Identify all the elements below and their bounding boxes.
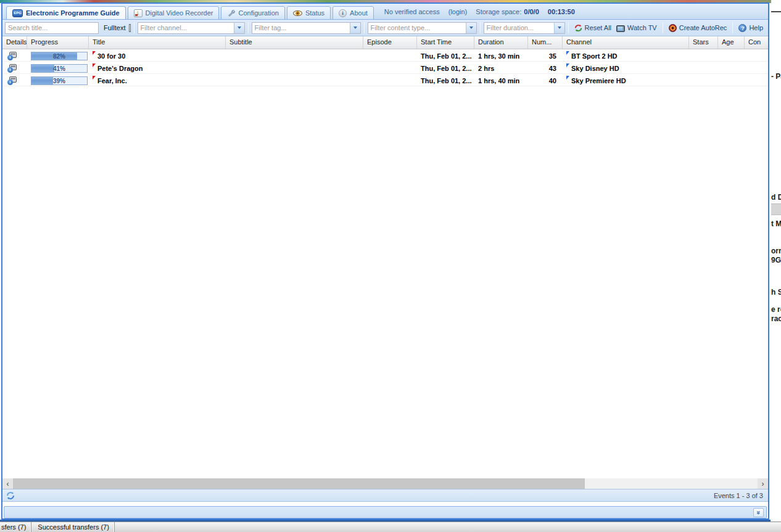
event-title: Pete's Dragon — [97, 65, 143, 72]
progress-bar: 41% — [31, 64, 88, 73]
refresh-icon[interactable] — [6, 491, 15, 500]
event-episode — [363, 49, 417, 61]
filter-channel-combo[interactable]: Filter channel... — [138, 22, 245, 34]
event-age — [718, 49, 745, 61]
create-autorec-button[interactable]: Create AutoRec — [666, 23, 730, 33]
button-label: Create AutoRec — [679, 24, 727, 31]
toolbar-separator — [732, 22, 733, 33]
chevron-down-icon[interactable] — [350, 23, 360, 33]
tab-electronic-programme-guide[interactable]: EPG Electronic Programme Guide — [6, 6, 126, 20]
toolbar-separator — [663, 22, 663, 33]
details-info-icon[interactable]: i — [7, 76, 17, 85]
details-info-icon[interactable]: i — [7, 64, 17, 73]
storage-label: Storage space: — [476, 8, 521, 15]
column-header-title[interactable]: Title — [89, 36, 226, 49]
event-subtitle — [226, 74, 363, 86]
tab-configuration[interactable]: Configuration — [221, 6, 284, 20]
chevron-down-icon[interactable] — [234, 23, 244, 33]
tab-label: Configuration — [238, 9, 278, 17]
fulltext-checkbox[interactable] — [129, 24, 130, 32]
event-channel: BT Sport 2 HD — [571, 52, 618, 60]
chevron-down-icon[interactable] — [554, 23, 564, 33]
tab-failed-transfers[interactable]: sfers (7) — [0, 522, 31, 532]
button-label: Help — [749, 24, 763, 31]
grid-statusbar: Events 1 - 3 of 3 — [2, 489, 768, 502]
column-header-channel[interactable]: Channel — [563, 36, 689, 49]
combo-placeholder: Filter content type... — [368, 24, 466, 31]
event-num: 40 — [528, 74, 563, 86]
event-num: 35 — [528, 49, 563, 61]
background-divider — [771, 11, 781, 12]
event-subtitle — [226, 49, 363, 61]
filter-content-type-combo[interactable]: Filter content type... — [368, 22, 477, 34]
column-header-stars[interactable]: Stars — [689, 36, 718, 49]
event-start-time: Thu, Feb 01, 2... — [417, 74, 474, 86]
button-label: Watch TV — [627, 24, 657, 31]
event-age — [718, 62, 745, 73]
column-header-content[interactable]: Con — [745, 36, 768, 49]
background-text-fragment: orm — [771, 247, 781, 255]
column-header-episode[interactable]: Episode — [363, 36, 417, 49]
event-stars — [689, 74, 718, 86]
eye-icon — [293, 10, 302, 16]
column-header-start-time[interactable]: Start Time — [417, 36, 474, 49]
filter-duration-combo[interactable]: Filter duration... — [484, 22, 565, 34]
tab-label: sfers (7) — [1, 523, 26, 531]
event-title: Fear, Inc. — [97, 77, 127, 84]
search-title-input[interactable] — [5, 22, 99, 34]
tab-label: Successful transfers (7) — [38, 523, 109, 531]
filter-tag-combo[interactable]: Filter tag... — [252, 22, 361, 34]
epg-icon: EPG — [12, 9, 23, 17]
tab-label: Status — [305, 9, 324, 17]
event-channel: Sky Disney HD — [571, 65, 619, 72]
column-header-details[interactable]: Details — [2, 36, 27, 49]
help-button[interactable]: ? Help — [736, 23, 766, 33]
scrollbar-thumb[interactable] — [13, 478, 585, 489]
event-stars — [689, 62, 718, 73]
combo-placeholder: Filter channel... — [138, 24, 234, 31]
access-status: No verified access — [384, 8, 440, 15]
storage-value: 0/0/0 — [524, 8, 539, 15]
event-start-time: Thu, Feb 01, 2... — [417, 49, 474, 61]
expand-panel-button[interactable]: » — [753, 508, 764, 517]
column-header-subtitle[interactable]: Subtitle — [226, 36, 363, 49]
tab-successful-transfers[interactable]: Successful transfers (7) — [31, 522, 115, 532]
column-header-progress[interactable]: Progress — [27, 36, 89, 49]
timer-flag-icon — [93, 76, 96, 80]
event-num: 43 — [528, 62, 563, 73]
background-text-fragment: e ro — [771, 305, 781, 314]
event-title: 30 for 30 — [97, 52, 125, 60]
event-content — [745, 74, 768, 86]
help-icon: ? — [738, 24, 746, 32]
tab-digital-video-recorder[interactable]: Digital Video Recorder — [128, 6, 220, 20]
table-row[interactable]: i 41% Pete's Dragon Thu, Feb 01, 2... 2 … — [2, 62, 768, 74]
background-text-fragment: t M — [771, 219, 781, 228]
tv-icon — [616, 25, 625, 32]
background-text-fragment: 9GH — [771, 256, 781, 264]
watch-tv-button[interactable]: Watch TV — [614, 23, 659, 33]
tab-status[interactable]: Status — [287, 6, 331, 20]
column-header-num[interactable]: Num... — [528, 36, 563, 49]
toolbar-separator — [364, 22, 365, 33]
chevron-down-icon[interactable] — [466, 23, 476, 33]
scrollbar-track[interactable] — [13, 478, 758, 489]
login-link[interactable]: (login) — [448, 8, 468, 15]
events-count: Events 1 - 3 of 3 — [714, 492, 763, 499]
column-header-age[interactable]: Age — [718, 36, 745, 49]
epg-application-window: EPG Electronic Programme Guide Digital V… — [1, 2, 769, 520]
wrench-icon — [227, 9, 235, 17]
scroll-left-icon[interactable]: ‹ — [2, 478, 13, 489]
collapsed-detail-panel: » — [4, 506, 767, 518]
tab-about[interactable]: i About — [333, 6, 374, 20]
table-row[interactable]: i 82% 30 for 30 Thu, Feb 01, 2... 1 hrs,… — [2, 49, 768, 62]
uptime-clock: 00:13:50 — [548, 8, 575, 15]
background-text-fragment: - Pa — [771, 72, 781, 81]
details-info-icon[interactable]: i — [7, 52, 17, 60]
table-row[interactable]: i 39% Fear, Inc. Thu, Feb 01, 2... 1 hrs… — [2, 74, 768, 86]
reset-all-button[interactable]: Reset All — [572, 23, 614, 33]
scroll-right-icon[interactable]: › — [758, 478, 768, 489]
horizontal-scrollbar[interactable]: ‹ › — [2, 478, 768, 489]
column-header-duration[interactable]: Duration — [474, 36, 528, 49]
event-content — [745, 62, 768, 73]
tab-label: About — [350, 9, 368, 17]
